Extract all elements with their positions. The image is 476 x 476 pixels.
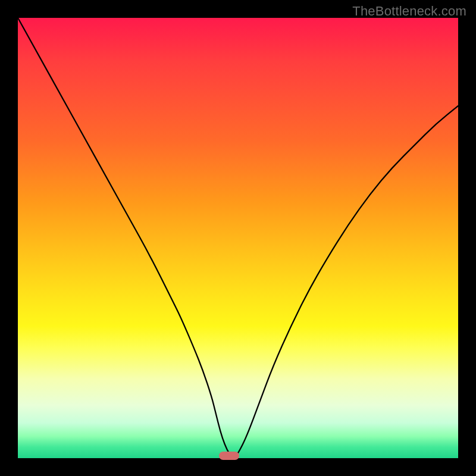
optimum-marker [219, 452, 239, 460]
curve-svg [18, 18, 458, 458]
bottleneck-curve-path [18, 18, 458, 457]
plot-area [18, 18, 458, 458]
chart-frame: TheBottleneck.com [0, 0, 476, 476]
watermark-text: TheBottleneck.com [352, 4, 466, 19]
